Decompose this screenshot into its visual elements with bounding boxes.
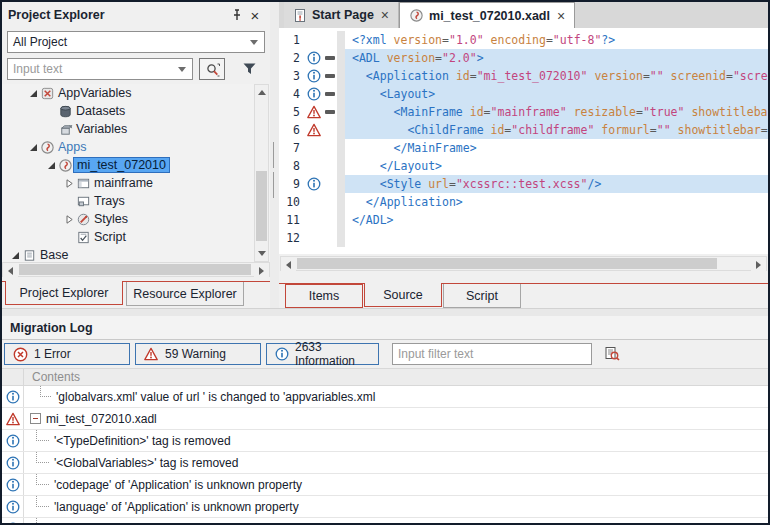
tree-item-apps[interactable]: Apps	[2, 138, 270, 156]
code-token	[484, 123, 491, 137]
collapse-toggle[interactable]	[30, 413, 41, 424]
info-icon	[275, 347, 289, 362]
tree-item-styles[interactable]: Styles	[2, 210, 270, 228]
code-token: =	[726, 69, 733, 83]
log-row[interactable]: 'globalvars.xml' value of url ' is chang…	[2, 386, 768, 408]
scrollbar-thumb[interactable]	[297, 258, 717, 269]
log-row[interactable]: 'language' of 'Application' is unknown p…	[2, 496, 768, 518]
fold-bar-icon	[325, 110, 335, 114]
code-token	[484, 33, 491, 47]
log-row[interactable]: '<GlobalVariables>' tag is removed	[2, 452, 768, 474]
tree-item-base[interactable]: Base	[2, 246, 270, 262]
expander-expanded-icon[interactable]	[26, 140, 40, 154]
tree-item-label: Apps	[55, 140, 90, 154]
log-filter-input[interactable]	[392, 343, 592, 365]
log-severity-cell	[2, 474, 24, 495]
vertical-splitter[interactable]	[270, 2, 279, 308]
code-token: "mainframe"	[491, 105, 567, 119]
code-token: <Style	[380, 177, 422, 191]
expander-collapsed-icon[interactable]	[62, 176, 76, 190]
tab-project-explorer[interactable]: Project Explorer	[5, 281, 123, 305]
code-line: 3 <Application id="mi_test_072010" versi…	[279, 67, 768, 85]
tab-items[interactable]: Items	[285, 284, 363, 308]
filter-button-1-error[interactable]: 1 Error	[4, 343, 130, 365]
doc-tab-mi-test-072010-xadl[interactable]: mi_test_072010.xadl×	[399, 2, 575, 28]
expander-expanded-icon[interactable]	[26, 86, 40, 100]
log-filter-bar: 1 Error59 Warning2633 Information	[2, 340, 768, 368]
filter-button-2633-information[interactable]: 2633 Information	[266, 343, 379, 365]
tree-item-datasets[interactable]: Datasets	[2, 102, 270, 120]
doc-tab-start-page[interactable]: Start Page×	[284, 2, 399, 28]
log-row[interactable]: 'mainframeurl' of 'Application' is unkno…	[2, 518, 768, 523]
scroll-up-button[interactable]	[255, 85, 268, 100]
code-token	[671, 123, 678, 137]
code-token	[352, 159, 380, 173]
scrollbar-thumb[interactable]	[256, 171, 267, 241]
code-token: url	[428, 177, 449, 191]
minus-icon	[33, 418, 38, 419]
filter-button-59-warning[interactable]: 59 Warning	[135, 343, 261, 365]
warning-marker-icon	[305, 123, 322, 137]
tree-item-script[interactable]: Script	[2, 228, 270, 246]
tree-item-appvariables[interactable]: AppVariables	[2, 84, 270, 102]
code-token: =	[449, 177, 456, 191]
tree-horizontal-scrollbar[interactable]	[2, 262, 270, 277]
code-editor[interactable]: 1<?xml version="1.0" encoding="utf-8"?>2…	[279, 28, 768, 254]
scroll-left-button[interactable]	[3, 263, 18, 278]
tree-filter-button[interactable]	[238, 59, 260, 79]
scrollbar-thumb[interactable]	[19, 264, 251, 275]
tree-item-trays[interactable]: Trays	[2, 192, 270, 210]
project-tree: AppVariablesDatasetsVariablesAppsmi_test…	[2, 84, 270, 262]
fold-marker[interactable]	[322, 92, 337, 96]
tree-vertical-scrollbar[interactable]	[254, 84, 269, 262]
tab-source[interactable]: Source	[364, 283, 442, 307]
editor-panel: Start Page×mi_test_072010.xadl× 1<?xml v…	[279, 2, 768, 308]
scroll-left-button[interactable]	[281, 257, 296, 272]
search-icon	[205, 62, 220, 77]
code-token	[664, 69, 671, 83]
tree-search-combo[interactable]: Input text	[7, 58, 193, 80]
code-token: "xcssrc::test.xcss"	[456, 177, 588, 191]
close-button[interactable]: ×	[246, 6, 264, 24]
log-row-text: mi_test_072010.xadl	[46, 412, 157, 426]
tab-close-icon[interactable]: ×	[381, 7, 389, 23]
log-search-button[interactable]	[602, 345, 622, 363]
error-icon	[13, 347, 28, 362]
fold-marker[interactable]	[322, 56, 337, 60]
triangle-right-icon	[259, 267, 264, 275]
tree-item-mainframe[interactable]: mainframe	[2, 174, 270, 192]
tab-resource-explorer[interactable]: Resource Explorer	[126, 282, 244, 306]
code-line: 11</ADL>	[279, 211, 768, 229]
code-line: 12	[279, 229, 768, 247]
log-row[interactable]: '<TypeDefinition>' tag is removed	[2, 430, 768, 452]
line-number: 12	[279, 231, 305, 245]
expander-spacer	[62, 194, 76, 208]
fold-marker[interactable]	[322, 110, 337, 114]
fold-marker[interactable]	[322, 74, 337, 78]
log-row[interactable]: mi_test_072010.xadl	[2, 408, 768, 430]
tree-search-placeholder: Input text	[13, 62, 62, 76]
pin-button[interactable]	[228, 6, 246, 24]
expander-expanded-icon[interactable]	[8, 248, 22, 262]
gutter-margin	[337, 103, 345, 121]
tab-close-icon[interactable]: ×	[557, 8, 565, 24]
tree-search-button[interactable]	[199, 58, 225, 80]
gutter-margin	[337, 175, 345, 193]
scroll-right-button[interactable]	[254, 263, 269, 278]
expander-expanded-icon[interactable]	[44, 158, 58, 172]
tree-item-mi-test-072010[interactable]: mi_test_072010	[2, 156, 270, 174]
horizontal-splitter[interactable]	[2, 308, 768, 316]
editor-horizontal-scrollbar[interactable]	[280, 256, 767, 271]
scroll-down-button[interactable]	[255, 246, 268, 261]
expander-collapsed-icon[interactable]	[62, 212, 76, 226]
code-text: <Application id="mi_test_072010" version…	[345, 67, 768, 85]
expander-spacer	[62, 230, 76, 244]
tab-script[interactable]: Script	[443, 284, 521, 308]
log-row[interactable]: 'codepage' of 'Application' is unknown p…	[2, 474, 768, 496]
tree-item-variables[interactable]: Variables	[2, 120, 270, 138]
project-scope-dropdown[interactable]: All Project	[7, 31, 265, 53]
scroll-right-button[interactable]	[751, 257, 766, 272]
tab-label: Script	[466, 289, 498, 303]
code-text	[345, 229, 768, 247]
tree-item-label: mainframe	[91, 176, 156, 190]
